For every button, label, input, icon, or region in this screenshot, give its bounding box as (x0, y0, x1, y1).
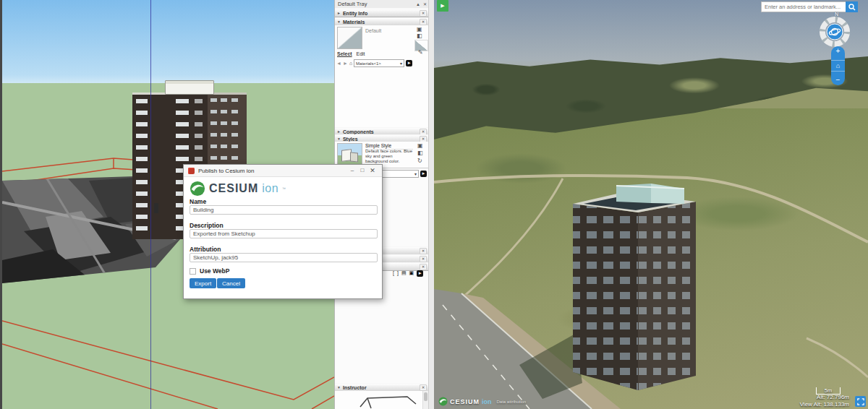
tab-edit[interactable]: Edit (356, 51, 365, 56)
webp-option: Use WebP (190, 267, 229, 275)
instructor-label: Instructor (343, 385, 367, 390)
style-paint-icon[interactable]: ◧ (417, 150, 423, 156)
cancel-button[interactable]: Cancel (217, 278, 245, 288)
tab-select[interactable]: Select (337, 51, 352, 56)
data-attribution[interactable]: Data attribution (497, 400, 527, 404)
minimize-button[interactable]: – (347, 167, 357, 174)
section-close-icon[interactable]: ✕ (420, 264, 427, 270)
materials-close-icon[interactable]: ✕ (420, 19, 427, 25)
create-style-icon[interactable]: ▣ (417, 143, 423, 149)
expanded-arrow-icon: ▼ (337, 385, 341, 389)
bracket-close-icon[interactable]: ] (397, 270, 399, 277)
update-style-icon[interactable]: ↻ (417, 158, 422, 164)
material-name: Default (365, 28, 381, 33)
attribution-field[interactable] (190, 253, 378, 262)
components-label: Components (343, 129, 374, 134)
styles-label: Styles (343, 137, 358, 142)
tray-close-icon[interactable]: ✕ (423, 1, 427, 7)
materials-panel-body: Default ▣ ◧ Select Edit ✎ ◄ ► ⌂ Material… (335, 25, 429, 128)
red-wireframe-lower (2, 321, 334, 409)
search-icon (848, 4, 856, 11)
webp-checkbox[interactable] (190, 268, 196, 275)
webp-label: Use WebP (200, 267, 229, 275)
collection-value: Materials<1> (356, 61, 381, 66)
forward-icon[interactable]: ► (343, 61, 348, 66)
export-button[interactable]: Export (190, 278, 216, 288)
caret-down-icon: ▾ (414, 171, 417, 176)
sample-paint-dropper-icon[interactable]: ✎ (418, 50, 423, 56)
zoom-out-button[interactable]: − (836, 77, 841, 84)
logo-product-text: ion (262, 182, 278, 195)
name-label: Name (190, 198, 206, 205)
instructor-panel-body (335, 391, 429, 409)
view-altitude-readout: View Alt: 138.133m (800, 401, 849, 408)
search-button[interactable] (846, 1, 858, 12)
cesium-building[interactable] (573, 184, 696, 390)
style-preview-thumbnail[interactable] (337, 143, 362, 165)
trademark-mark: ™ (282, 186, 286, 191)
zoom-in-button[interactable]: + (836, 48, 841, 55)
name-field[interactable] (190, 205, 378, 215)
search-input[interactable] (761, 1, 846, 12)
instructor-scrollbar[interactable] (422, 391, 428, 409)
create-icon[interactable]: ▣ (409, 270, 414, 277)
home-icon[interactable]: ⌂ (349, 61, 352, 66)
styles-secondary-pane-icon[interactable]: ► (420, 171, 427, 177)
scrollbar-thumb[interactable] (424, 392, 427, 401)
cesium-ion-text: ion (482, 398, 492, 405)
logo-brand-text: CESIUM (209, 182, 258, 195)
compass-control[interactable] (819, 16, 851, 48)
create-material-icon[interactable]: ▣ (417, 27, 422, 33)
cesium-logo-text: CESIUM (450, 398, 480, 405)
sidebar-toggle-button[interactable]: ▶ (437, 0, 448, 12)
app-screen: Default Tray ▲ ✕ ► Entity Info ✕ ▼ Mater… (0, 0, 868, 409)
model-building-penthouse[interactable] (165, 80, 214, 95)
dialog-title: Publish to Cesium ion (198, 168, 254, 174)
cesium-credit[interactable]: CESIUM ion Data attribution (438, 397, 526, 406)
cesium-globe-icon (438, 397, 448, 406)
secondary-pane-icon[interactable]: ► (406, 60, 412, 66)
play-icon: ▶ (441, 3, 444, 9)
description-field[interactable] (190, 229, 378, 238)
back-icon[interactable]: ◄ (336, 61, 341, 66)
altitude-readout: Alt: 72.796m (817, 394, 849, 400)
maximize-button[interactable]: □ (357, 167, 367, 174)
expanded-arrow-icon: ▼ (337, 20, 341, 24)
fullscreen-icon (857, 398, 864, 405)
materials-collection-dropdown[interactable]: Materials<1> ▾ (354, 59, 404, 67)
bracket-open-icon[interactable]: [ (393, 270, 394, 277)
attribution-label: Attribution (190, 246, 221, 253)
text-format-toolbar: [ ] ▤ ▣ ► (393, 270, 423, 277)
publish-dialog: Publish to Cesium ion – □ ✕ CESIUM ion ™… (183, 164, 383, 299)
zoom-control: + ⌂ − (831, 46, 845, 85)
material-preview-thumbnail[interactable] (337, 27, 362, 49)
cesium-viewer[interactable]: ▶ N + ⌂ − (434, 0, 868, 409)
close-button[interactable]: ✕ (367, 167, 378, 174)
entity-info-close-icon[interactable]: ✕ (420, 10, 427, 17)
tray-title: Default Tray (338, 1, 367, 7)
section-entity-info[interactable]: ► Entity Info ✕ (335, 9, 429, 17)
dialog-title-bar[interactable]: Publish to Cesium ion – □ ✕ (184, 165, 382, 177)
blue-axis-line (150, 0, 151, 409)
fullscreen-button[interactable] (855, 396, 866, 407)
zoom-home-button[interactable]: ⌂ (831, 60, 845, 72)
entity-info-label: Entity Info (343, 11, 367, 16)
section-close-icon[interactable]: ✕ (420, 248, 427, 254)
pane-arrow-icon[interactable]: ► (417, 270, 423, 277)
description-label: Description (190, 222, 224, 229)
caret-down-icon: ▾ (400, 61, 402, 66)
cesium-ion-logo: CESIUM ion ™ (190, 181, 286, 197)
scale-figure (154, 203, 158, 213)
section-close-icon[interactable]: ✕ (420, 256, 427, 262)
collapsed-arrow-icon: ► (337, 129, 341, 134)
tray-pin-icon[interactable]: ▲ (416, 1, 420, 7)
cesium-scene (434, 0, 868, 409)
tray-title-row: Default Tray ▲ ✕ (335, 0, 429, 8)
cesium-globe-icon (190, 181, 205, 197)
app-icon (188, 168, 195, 174)
paint-bucket-icon[interactable]: ◧ (417, 33, 422, 39)
instructor-sketch (335, 391, 422, 409)
text-style-icon[interactable]: ▤ (401, 270, 407, 277)
materials-nav-row: ◄ ► ⌂ Materials<1> ▾ ► (336, 59, 412, 67)
instructor-close-icon[interactable]: ✕ (420, 384, 427, 391)
